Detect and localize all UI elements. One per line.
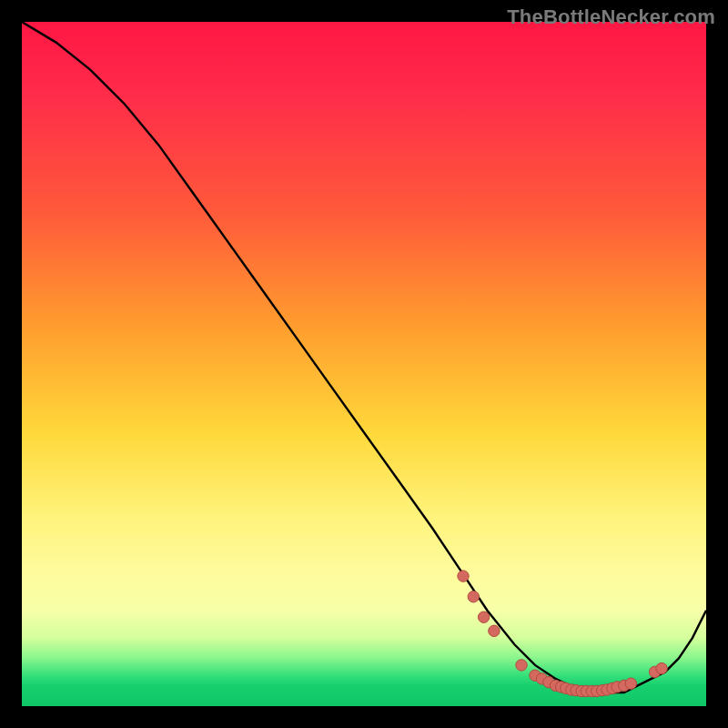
data-points xyxy=(458,571,668,697)
data-point xyxy=(458,571,469,581)
data-point xyxy=(489,625,500,636)
data-point xyxy=(478,612,489,622)
data-point xyxy=(625,678,636,689)
data-points-layer xyxy=(22,22,706,706)
data-point xyxy=(656,662,667,673)
data-point xyxy=(468,592,479,602)
chart-frame: TheBottleNecker.com xyxy=(0,0,728,728)
data-point xyxy=(516,660,527,671)
watermark-text: TheBottleNecker.com xyxy=(507,5,715,29)
plot-area xyxy=(22,22,706,706)
